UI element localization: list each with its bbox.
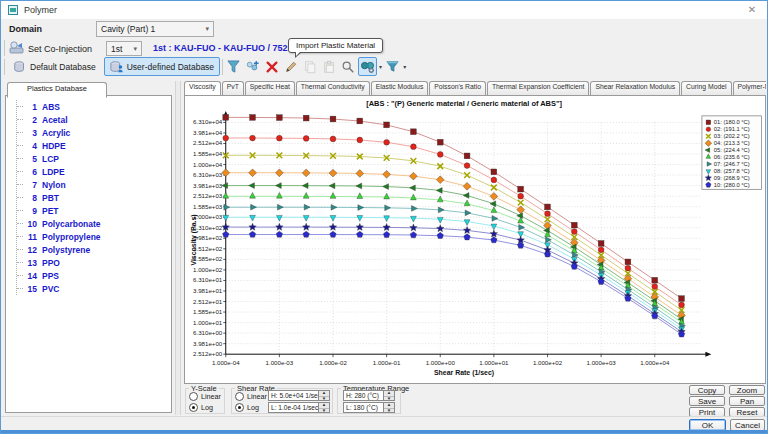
shear-rate-high-spinner[interactable]: H: 5.0e+04 1/sec ▲▼: [268, 390, 330, 401]
temperature-low-spinner[interactable]: L: 180 (°C) ▲▼: [343, 402, 395, 413]
close-icon[interactable]: ✕: [746, 4, 758, 16]
shear-rate-log-radio[interactable]: Log: [235, 403, 259, 412]
filter-database-icon[interactable]: [225, 58, 242, 75]
tab-polymer-material-parameters[interactable]: Polymer-Material Parameters: [733, 81, 766, 95]
chevron-down-icon: ▾: [133, 45, 137, 53]
co-injection-info: 1st : KAU-FUO - KAU-FUO / 7523: [153, 43, 293, 53]
polymer-dialog: Polymer ✕ Domain Cavity (Part) 1 ▾ Set C…: [0, 0, 768, 434]
shear-rate-low-value: L: 1.0e-04 1/sec: [269, 403, 318, 412]
co-injection-value: 1st: [111, 44, 122, 54]
svg-text:2.512e+01: 2.512e+01: [193, 298, 223, 305]
tab-poisson-s-ratio[interactable]: Poisson's Ratio: [429, 81, 486, 95]
import-plastic-material-icon[interactable]: [358, 57, 377, 76]
svg-text:3.981e+04: 3.981e+04: [193, 129, 223, 136]
user-database-icon: [110, 60, 124, 74]
svg-text:04: (213.3 °C): 04: (213.3 °C): [714, 140, 750, 146]
temperature-high-spinner[interactable]: H: 280 (°C) ▲▼: [343, 390, 395, 401]
plastics-item-nylon[interactable]: 7Nylon: [17, 178, 171, 191]
co-injection-icon: [9, 40, 24, 55]
app-icon: [8, 5, 18, 15]
plastics-item-lcp[interactable]: 5LCP: [17, 152, 171, 165]
svg-text:1.000e-02: 1.000e-02: [319, 359, 347, 366]
svg-text:6.310e+02: 6.310e+02: [193, 224, 223, 231]
chart-axes: 6.310e+043.981e+042.512e+041.585e+041.00…: [190, 99, 711, 377]
copy-button[interactable]: Copy: [689, 385, 725, 395]
co-injection-select[interactable]: 1st ▾: [106, 41, 142, 56]
plastics-item-ldpe[interactable]: 6LDPE: [17, 165, 171, 178]
plastics-item-polycarbonate[interactable]: 10Polycarbonate: [17, 217, 171, 230]
pan-button[interactable]: Pan: [729, 396, 765, 406]
toolbar-grip: [4, 59, 5, 75]
tab-specific-heat[interactable]: Specific Heat: [245, 81, 295, 95]
tab-viscosity[interactable]: Viscosity: [184, 81, 221, 95]
y-scale-log-radio[interactable]: Log: [189, 403, 213, 412]
viscosity-chart-panel: 6.310e+043.981e+042.512e+041.585e+041.00…: [184, 95, 766, 384]
domain-label: Domain: [9, 24, 42, 34]
plastics-item-pbt[interactable]: 8PBT: [17, 191, 171, 204]
svg-text:09: (268.9 °C): 09: (268.9 °C): [714, 175, 750, 181]
plastics-item-pps[interactable]: 14PPS: [17, 269, 171, 282]
y-scale-linear-radio[interactable]: Linear: [189, 392, 221, 401]
temperature-range-group: Temperature Range H: 280 (°C) ▲▼ L: 180 …: [337, 388, 401, 414]
panel-splitter[interactable]: [175, 81, 181, 415]
domain-value: Cavity (Part) 1: [101, 24, 155, 34]
save-button[interactable]: Save: [689, 396, 725, 406]
search-icon[interactable]: [339, 58, 356, 75]
shear-rate-group: Shear Rate Linear Log H: 5.0e+04 1/sec ▲…: [231, 388, 333, 414]
plastics-item-acrylic[interactable]: 3Acrylic: [17, 126, 171, 139]
svg-text:3.981e+03: 3.981e+03: [193, 182, 223, 189]
svg-text:1.000e+04: 1.000e+04: [193, 161, 223, 168]
tab-plastics-database[interactable]: Plastics Database: [7, 82, 107, 98]
filter-view-icon[interactable]: [384, 58, 401, 75]
plastics-item-pvc[interactable]: 15PVC: [17, 282, 171, 295]
filter-dropdown-caret-icon[interactable]: ▾: [403, 63, 406, 70]
default-database-label: Default Database: [30, 62, 96, 72]
tab-pvt[interactable]: PvT: [222, 81, 244, 95]
spinner-arrows-icon[interactable]: ▲▼: [318, 403, 329, 412]
delete-icon[interactable]: [263, 58, 280, 75]
svg-text:6.310e+00: 6.310e+00: [193, 329, 223, 336]
plastics-item-ppo[interactable]: 13PPO: [17, 256, 171, 269]
radio-icon: [235, 392, 244, 401]
viscosity-chart: 6.310e+043.981e+042.512e+041.585e+041.00…: [185, 96, 765, 383]
plastics-item-pet[interactable]: 9PET: [17, 204, 171, 217]
shear-rate-linear-radio[interactable]: Linear: [235, 392, 267, 401]
plastics-item-polystyrene[interactable]: 12Polystyrene: [17, 243, 171, 256]
import-dropdown-caret-icon[interactable]: ▾: [379, 63, 382, 70]
add-material-icon[interactable]: [244, 58, 261, 75]
tab-thermal-conductivity[interactable]: Thermal Conductivity: [296, 81, 370, 95]
y-scale-group: Y-Scale Linear Log: [185, 388, 225, 414]
footer-divider: [1, 416, 767, 417]
svg-text:1.000e-03: 1.000e-03: [266, 359, 294, 366]
database-toolbar: Default Database User-defined Database: [7, 57, 406, 76]
radio-label: Linear: [201, 392, 221, 401]
zoom-button[interactable]: Zoom: [729, 385, 765, 395]
domain-select[interactable]: Cavity (Part) 1 ▾: [96, 21, 214, 37]
series-07: [224, 204, 686, 328]
edit-pencil-icon[interactable]: [282, 58, 299, 75]
temperature-high-value: H: 280 (°C): [344, 391, 383, 400]
svg-text:01: (180.0 °C): 01: (180.0 °C): [714, 119, 750, 125]
shear-rate-low-spinner[interactable]: L: 1.0e-04 1/sec ▲▼: [268, 402, 330, 413]
plastics-item-abs[interactable]: 1ABS: [17, 100, 171, 113]
user-defined-database-button[interactable]: User-defined Database: [104, 57, 220, 76]
svg-text:1.585e+02: 1.585e+02: [193, 255, 223, 262]
tab-elastic-modulus[interactable]: Elastic Modulus: [371, 81, 429, 95]
plastics-item-polypropylene[interactable]: 11Polypropylene: [17, 230, 171, 243]
svg-text:[ABS : "(P) Generic material: [ABS : "(P) Generic material / Generic m…: [366, 99, 562, 108]
plastics-item-acetal[interactable]: 2Acetal: [17, 113, 171, 126]
plastics-item-hdpe[interactable]: 4HDPE: [17, 139, 171, 152]
tab-thermal-expansion-coefficient[interactable]: Thermal Expansion Coefficient: [487, 81, 589, 95]
tab-shear-relaxation-modulus[interactable]: Shear Relaxation Modulus: [590, 81, 680, 95]
svg-text:06: (235.6 °C): 06: (235.6 °C): [714, 154, 750, 160]
default-database-button[interactable]: Default Database: [7, 57, 102, 76]
series-04: [222, 169, 686, 319]
svg-text:1.000e-04: 1.000e-04: [212, 359, 240, 366]
spinner-arrows-icon[interactable]: ▲▼: [383, 403, 394, 412]
spinner-arrows-icon[interactable]: ▲▼: [383, 391, 394, 400]
tab-curing-model[interactable]: Curing Model: [681, 81, 731, 95]
svg-text:02: (191.1 °C): 02: (191.1 °C): [714, 126, 750, 132]
svg-text:3.981e+01: 3.981e+01: [193, 287, 223, 294]
spinner-arrows-icon[interactable]: ▲▼: [318, 391, 329, 400]
svg-text:1.000e+03: 1.000e+03: [587, 359, 617, 366]
